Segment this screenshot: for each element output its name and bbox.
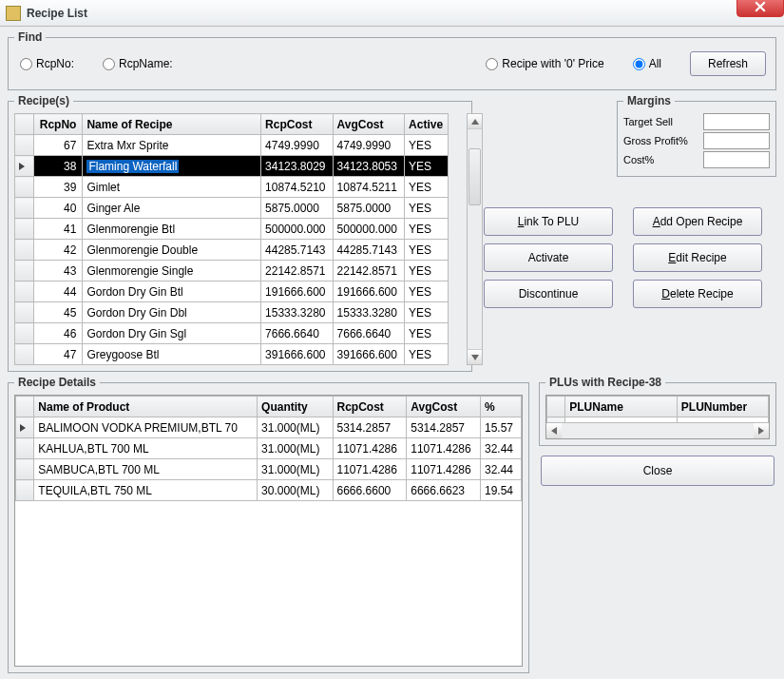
edit-recipe-button[interactable]: Edit Recipe — [633, 243, 762, 272]
table-row[interactable]: 42Glenmorengie Double44285.714344285.714… — [15, 240, 449, 261]
recipes-table[interactable]: RcpNoName of RecipeRcpCostAvgCostActive … — [14, 113, 449, 365]
find-rcpname-radio[interactable]: RcpName: — [103, 57, 173, 70]
margins-group: Margins Target Sell Gross Profit% Cost% — [617, 94, 776, 177]
recipes-legend: Recipe(s) — [14, 94, 73, 107]
table-row[interactable]: 67Extra Mxr Sprite4749.99904749.9990YES — [15, 135, 449, 156]
margins-legend: Margins — [623, 94, 675, 107]
add-open-recipe-button[interactable]: Add Open Recipe — [633, 207, 762, 236]
row-cursor-icon — [19, 163, 25, 170]
chevron-right-icon — [758, 427, 764, 435]
row-cursor-icon — [20, 424, 26, 432]
scroll-thumb[interactable] — [468, 148, 481, 205]
delete-recipe-button[interactable]: Delete Recipe — [633, 280, 762, 308]
find-zeroprice-radio[interactable]: Recipe with '0' Price — [486, 57, 603, 70]
table-row[interactable]: SAMBUCA,BTL 700 ML31.000(ML)11071.428611… — [16, 459, 522, 480]
find-rcpno-radio[interactable]: RcpNo: — [20, 57, 74, 70]
plu-legend: PLUs with Recipe-38 — [545, 376, 665, 389]
target-sell-input[interactable] — [703, 113, 770, 130]
table-row[interactable]: 45Gordon Dry Gin Dbl15333.328015333.3280… — [15, 302, 449, 323]
link-to-plu-button[interactable]: Link To PLU — [484, 207, 613, 236]
chevron-up-icon — [471, 119, 479, 125]
app-icon — [6, 6, 21, 21]
cost-percent-input[interactable] — [703, 151, 770, 168]
window-close-button[interactable] — [736, 0, 784, 17]
table-row[interactable]: 39Gimlet10874.521010874.5211YES — [15, 177, 449, 198]
find-legend: Find — [14, 30, 46, 44]
scroll-up-arrow[interactable] — [468, 114, 482, 129]
recipes-group: Recipe(s) RcpNoName of RecipeRcpCostAvgC… — [8, 94, 472, 372]
scroll-left-arrow[interactable] — [546, 423, 562, 438]
table-row[interactable]: KAHLUA,BTL 700 ML31.000(ML)11071.4286110… — [16, 438, 522, 459]
plu-hscrollbar[interactable] — [546, 422, 769, 438]
window-title: Recipe List — [27, 7, 87, 20]
table-row[interactable]: 41Glenmorengie Btl500000.000500000.000YE… — [15, 219, 449, 240]
table-row[interactable]: 44Gordon Dry Gin Btl191666.600191666.600… — [15, 281, 449, 302]
activate-button[interactable]: Activate — [484, 243, 613, 272]
recipe-details-legend: Recipe Details — [14, 376, 100, 389]
table-row[interactable]: 38Flaming Waterfall34123.802934123.8053Y… — [15, 156, 449, 177]
table-row[interactable]: 43Glenmorengie Single22142.857122142.857… — [15, 261, 449, 281]
find-all-radio[interactable]: All — [633, 57, 661, 70]
find-group: Find RcpNo: RcpName: Recipe with '0' Pri… — [8, 30, 776, 90]
discontinue-button[interactable]: Discontinue — [484, 280, 613, 308]
scroll-right-arrow[interactable] — [754, 423, 769, 438]
chevron-down-icon — [471, 355, 479, 360]
plu-group: PLUs with Recipe-38 PLUNamePLUNumber — [539, 376, 776, 446]
gross-profit-input[interactable] — [703, 132, 770, 149]
recipe-details-group: Recipe Details Name of ProductQuantityRc… — [8, 376, 529, 673]
table-row[interactable]: TEQUILA,BTL 750 ML30.000(ML)6666.6600666… — [16, 480, 522, 501]
table-row[interactable]: 47Greygoose Btl391666.600391666.600YES — [15, 344, 449, 365]
title-bar: Recipe List — [0, 0, 784, 27]
recipes-vscrollbar[interactable] — [467, 113, 483, 365]
chevron-left-icon — [551, 427, 557, 435]
table-row[interactable]: 40Ginger Ale5875.00005875.0000YES — [15, 198, 449, 219]
recipe-details-table[interactable]: Name of ProductQuantityRcpCostAvgCost% B… — [15, 396, 522, 501]
close-button[interactable]: Close — [541, 456, 774, 486]
table-row[interactable]: 46Gordon Dry Gin Sgl7666.66407666.6640YE… — [15, 323, 449, 344]
table-row[interactable]: BALIMOON VODKA PREMIUM,BTL 7031.000(ML)5… — [16, 417, 522, 438]
refresh-button[interactable]: Refresh — [690, 51, 766, 76]
scroll-down-arrow[interactable] — [468, 349, 482, 364]
